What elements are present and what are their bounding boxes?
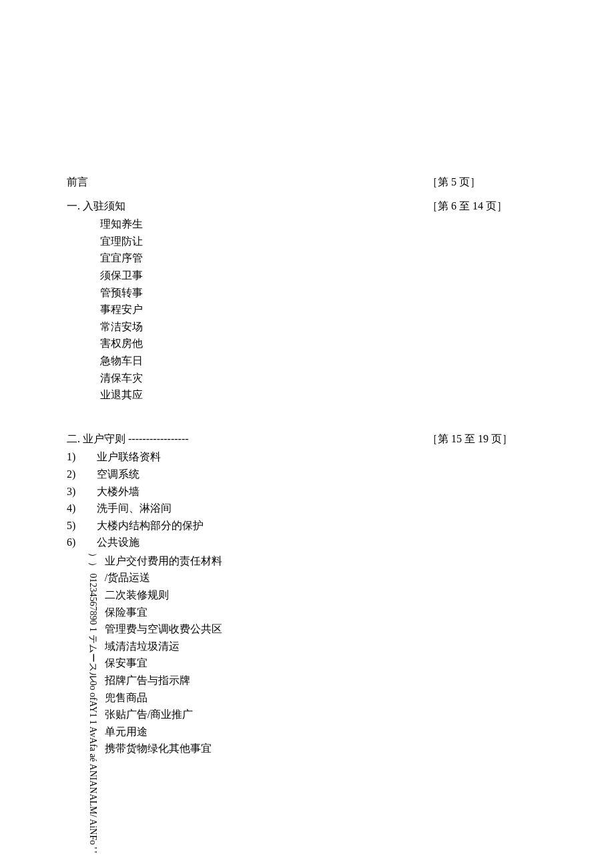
item-number: 5) (67, 517, 97, 534)
subline: 携带货物绿化其他事宜 (105, 740, 222, 757)
item-text: 空调系统 (97, 466, 547, 483)
subline: 张贴广告/商业推广 (105, 706, 222, 723)
list-item: 1)业户联络资料 (67, 448, 547, 466)
subline: 管理费与空调收费公共区 (105, 620, 222, 638)
item-text: 大楼内结构部分的保护 (97, 517, 547, 534)
item-text: 业户联络资料 (97, 448, 547, 466)
section2-sublines: 业户交付费用的责任材料/货品运送二次装修规则保险事宜管理费与空调收费公共区域清洁… (105, 552, 222, 853)
subline: 保险事宜 (105, 604, 222, 621)
section1-page: ［第 6 至 14 页］ (427, 197, 547, 215)
item-number: 4) (67, 500, 97, 517)
item-number: 1) (67, 448, 97, 466)
preface-page: ［第 5 页］ (427, 173, 547, 191)
section2-label: 二. 业户守则 (67, 433, 125, 444)
item-text: 大楼外墙 (97, 483, 547, 500)
section1-col2: 知 理 宜 保 预 程 洁 权 物 保 退 (111, 215, 121, 404)
section2-numbered-list: 1)业户联络资料2)空调系统3)大楼外墙4)洗手间、淋浴间5)大楼内结构部分的保… (67, 448, 547, 551)
subline: 二次装修规则 (105, 586, 222, 604)
section1-label: 一. 入驻须知 (67, 197, 427, 215)
subline: 招牌广告与指示牌 (105, 672, 222, 689)
list-item: 3)大楼外墙 (67, 483, 547, 500)
subline: /货品运送 (105, 569, 222, 586)
section1-vertical-block: 理 宜 宜 须 管 事 常 害 急 清 业 知 理 宜 保 预 程 洁 权 物 … (100, 215, 547, 404)
item-number: 2) (67, 466, 97, 483)
subline: 单元用途 (105, 723, 222, 741)
item-text: 公共设施 (97, 534, 547, 551)
preface-label: 前言 (67, 173, 427, 191)
item-number: 3) (67, 483, 97, 500)
section2-dashes: ----------------- (125, 433, 189, 444)
section1-col3: 养 防 序 卫 转 安 安 房 车 车 其 (121, 215, 132, 404)
subline: 业户交付费用的责任材料 (105, 552, 222, 570)
section1-row: 一. 入驻须知 ［第 6 至 14 页］ (67, 197, 547, 215)
list-item: 4)洗手间、淋浴间 (67, 500, 547, 517)
item-text: 洗手间、淋浴间 (97, 500, 547, 517)
section2-row: 二. 业户守则 ----------------- ［第 15 至 19 页］ (67, 430, 547, 448)
list-item: 5)大楼内结构部分的保护 (67, 517, 547, 534)
section2-page: ［第 15 至 19 页］ (427, 430, 547, 448)
list-item: 6)公共设施 (67, 534, 547, 551)
section2-sub-block: ）） 01234567890 1 テムースル0o ofAY1 1 AvAfa a… (67, 552, 547, 853)
list-item: 2)空调系统 (67, 466, 547, 483)
item-number: 6) (67, 534, 97, 551)
subline: 保安事宜 (105, 655, 222, 672)
section2-rotated-nums: ）） 01234567890 1 テムースル0o ofAY1 1 AvAfa a… (87, 552, 98, 853)
preface-row: 前言 ［第 5 页］ (67, 173, 547, 191)
section1-col1: 理 宜 宜 须 管 事 常 害 急 清 业 (100, 215, 111, 404)
subline: 域清洁垃圾清运 (105, 638, 222, 655)
section1-col4: 生 让 管 事 事 户 场 他 日 灾 应 (132, 215, 143, 404)
subline: 兜售商品 (105, 689, 222, 707)
